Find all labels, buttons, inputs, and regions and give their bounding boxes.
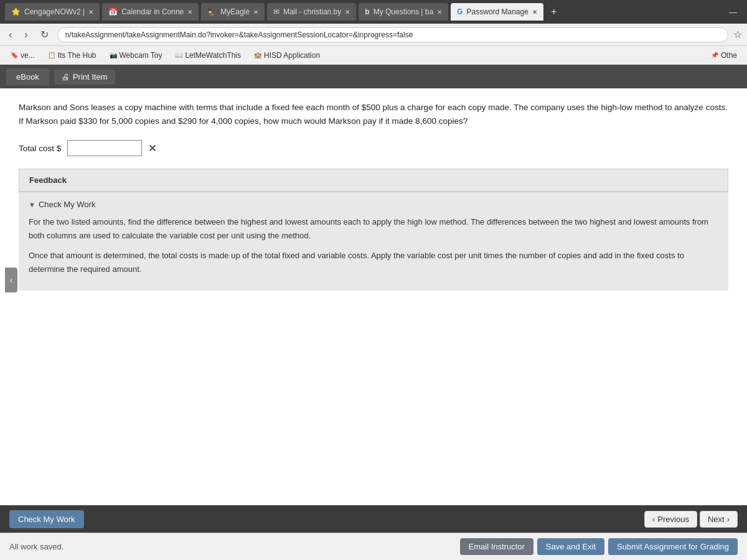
tab-mail[interactable]: ✉ Mail - christian.by ✕ bbox=[267, 3, 356, 21]
next-button[interactable]: Next › bbox=[700, 511, 738, 528]
ebook-tab[interactable]: eBook bbox=[6, 68, 49, 85]
tab-myquestions-close[interactable]: ✕ bbox=[437, 9, 442, 16]
navigation-buttons: ‹ Previous Next › bbox=[644, 511, 738, 528]
new-tab-button[interactable]: + bbox=[546, 4, 561, 20]
tab-password-label: Password Manage bbox=[466, 7, 528, 16]
refresh-button[interactable]: ↻ bbox=[37, 27, 52, 42]
bookmarks-bar: 🔖 ve... 📋 Its The Hub 📷 Webcam Toy 📖 Let… bbox=[0, 46, 747, 65]
tab-password-close[interactable]: ✕ bbox=[532, 9, 537, 16]
print-button-label: Print Item bbox=[73, 72, 108, 82]
browser-tab-bar: ⭐ CengageNOWv2 | ✕ 📅 Calendar in Conne ✕… bbox=[0, 0, 747, 24]
tab-mail-icon: ✉ bbox=[273, 7, 280, 16]
tab-mail-close[interactable]: ✕ bbox=[345, 9, 350, 16]
save-exit-button[interactable]: Save and Exit bbox=[537, 538, 604, 555]
feedback-label: Feedback bbox=[29, 175, 718, 185]
tab-calendar-label: Calendar in Conne bbox=[121, 7, 184, 16]
tab-myquestions-icon: b bbox=[365, 7, 369, 16]
next-label: Next bbox=[708, 515, 725, 524]
bookmark-hub-label: Its The Hub bbox=[58, 51, 96, 60]
bookmark-the-hub[interactable]: 📋 Its The Hub bbox=[42, 49, 101, 62]
feedback-section: Feedback bbox=[19, 169, 728, 192]
check-work-toggle[interactable]: ▼ Check My Work bbox=[29, 200, 718, 209]
bookmark-letmewatchthis[interactable]: 📖 LetMeWatchThis bbox=[169, 49, 246, 62]
check-work-bottom-label: Check My Work bbox=[18, 515, 75, 524]
tab-calendar[interactable]: 📅 Calendar in Conne ✕ bbox=[102, 3, 199, 21]
bookmark-letme-label: LetMeWatchThis bbox=[185, 51, 241, 60]
tab-myeagle-close[interactable]: ✕ bbox=[253, 9, 258, 16]
bookmark-letme-icon: 📖 bbox=[174, 51, 183, 60]
ebook-tab-label: eBook bbox=[16, 72, 39, 82]
toggle-arrow-icon: ▼ bbox=[29, 201, 35, 208]
bookmark-webcam-icon: 📷 bbox=[109, 51, 118, 60]
bookmark-ve-label: ve... bbox=[21, 51, 35, 60]
left-nav-arrow[interactable]: ‹ bbox=[5, 268, 17, 292]
previous-label: Previous bbox=[657, 515, 689, 524]
bookmark-webcam-toy[interactable]: 📷 Webcam Toy bbox=[104, 49, 167, 62]
bookmark-webcam-label: Webcam Toy bbox=[120, 51, 162, 60]
check-work-text: For the two listed amounts, find the dif… bbox=[29, 215, 718, 276]
bottom-bar: Check My Work ‹ Previous Next › bbox=[0, 505, 747, 533]
bookmark-other[interactable]: 📌 Othe bbox=[705, 49, 742, 62]
email-instructor-button[interactable]: Email Instructor bbox=[460, 538, 533, 555]
footer-action-buttons: Email Instructor Save and Exit Submit As… bbox=[460, 538, 738, 555]
tab-password[interactable]: G Password Manage ✕ bbox=[451, 3, 543, 21]
answer-input[interactable] bbox=[67, 140, 142, 156]
bookmark-hisd-label: HISD Application bbox=[264, 51, 320, 60]
bookmark-hisd[interactable]: 🏫 HISD Application bbox=[248, 49, 325, 62]
tab-cengage-close[interactable]: ✕ bbox=[88, 9, 93, 16]
answer-row: Total cost $ ✕ bbox=[19, 140, 728, 156]
minimize-button[interactable]: — bbox=[724, 5, 742, 19]
address-bar: ‹ › ↻ ☆ bbox=[0, 24, 747, 46]
next-chevron-icon: › bbox=[727, 515, 730, 524]
tab-myeagle-icon: 🦅 bbox=[207, 7, 217, 16]
tab-cengage-label: CengageNOWv2 | bbox=[24, 7, 85, 16]
tab-calendar-icon: 📅 bbox=[108, 7, 118, 16]
bookmark-star-icon[interactable]: ☆ bbox=[733, 29, 742, 40]
question-text: Markson and Sons leases a copy machine w… bbox=[19, 101, 728, 128]
question-area: Markson and Sons leases a copy machine w… bbox=[0, 88, 747, 505]
bookmark-other-label: Othe bbox=[721, 51, 737, 60]
tab-mail-label: Mail - christian.by bbox=[283, 7, 341, 16]
tab-cengage[interactable]: ⭐ CengageNOWv2 | ✕ bbox=[5, 3, 100, 21]
check-work-section: ▼ Check My Work For the two listed amoun… bbox=[19, 192, 728, 290]
check-work-paragraph-1: For the two listed amounts, find the dif… bbox=[29, 215, 718, 243]
prev-chevron-icon: ‹ bbox=[652, 515, 655, 524]
tab-myeagle[interactable]: 🦅 MyEagle ✕ bbox=[201, 3, 265, 21]
previous-button[interactable]: ‹ Previous bbox=[644, 511, 697, 528]
answer-label: Total cost $ bbox=[19, 144, 61, 153]
save-exit-label: Save and Exit bbox=[546, 542, 596, 551]
bookmark-ve[interactable]: 🔖 ve... bbox=[5, 49, 40, 62]
print-button[interactable]: 🖨 Print Item bbox=[54, 69, 115, 85]
submit-assignment-button[interactable]: Submit Assignment for Grading bbox=[608, 538, 738, 555]
back-button[interactable]: ‹ bbox=[5, 28, 16, 42]
check-work-toggle-label: Check My Work bbox=[39, 200, 96, 209]
check-work-bottom-button[interactable]: Check My Work bbox=[9, 510, 84, 528]
tab-myeagle-label: MyEagle bbox=[220, 7, 250, 16]
main-content: eBook 🖨 Print Item Markson and Sons leas… bbox=[0, 65, 747, 560]
ebook-toolbar: eBook 🖨 Print Item bbox=[0, 65, 747, 88]
tab-cengage-icon: ⭐ bbox=[11, 7, 21, 16]
submit-label: Submit Assignment for Grading bbox=[617, 542, 729, 551]
tab-calendar-close[interactable]: ✕ bbox=[187, 9, 192, 16]
clear-answer-button[interactable]: ✕ bbox=[148, 142, 156, 154]
bookmark-hub-icon: 📋 bbox=[47, 51, 56, 60]
bookmark-ve-icon: 🔖 bbox=[10, 51, 19, 60]
print-icon: 🖨 bbox=[62, 72, 70, 82]
bookmark-hisd-icon: 🏫 bbox=[253, 51, 262, 60]
all-work-saved-status: All work saved. bbox=[9, 542, 63, 551]
bookmark-other-icon: 📌 bbox=[710, 51, 719, 60]
footer-bar: All work saved. Email Instructor Save an… bbox=[0, 533, 747, 560]
check-work-paragraph-2: Once that amount is determined, the tota… bbox=[29, 249, 718, 276]
email-instructor-label: Email Instructor bbox=[469, 542, 525, 551]
tab-password-icon: G bbox=[457, 7, 463, 16]
address-input[interactable] bbox=[57, 27, 728, 42]
forward-button[interactable]: › bbox=[21, 28, 31, 42]
tab-myquestions-label: My Questions | ba bbox=[374, 7, 434, 16]
tab-myquestions[interactable]: b My Questions | ba ✕ bbox=[359, 3, 448, 21]
